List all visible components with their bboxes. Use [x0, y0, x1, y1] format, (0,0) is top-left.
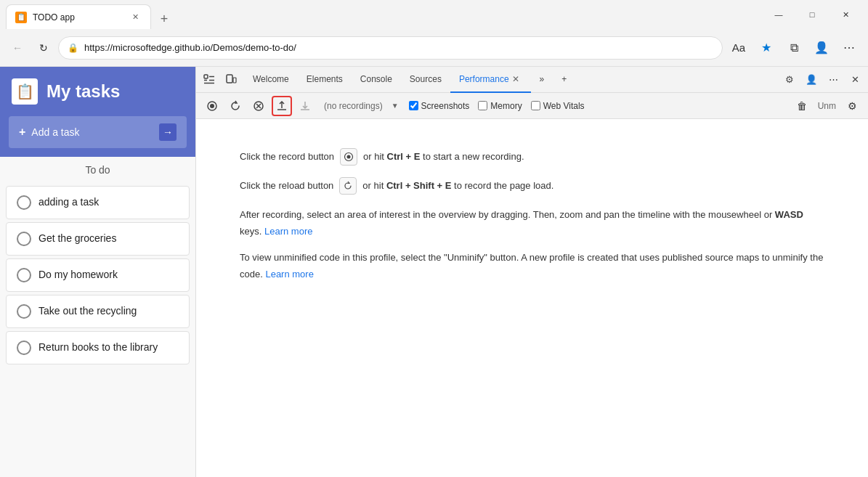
web-vitals-checkbox[interactable] — [531, 101, 540, 110]
record-shortcut-text: or hit Ctrl + E to start a new recording… — [363, 148, 524, 165]
navigation-bar: ← ↻ 🔒 https://microsoftedge.github.io/De… — [0, 29, 868, 67]
tab-title: TODO app — [33, 12, 123, 23]
reload-button-image — [339, 177, 357, 195]
todo-section-label: To do — [0, 157, 195, 183]
title-bar: 📋 TODO app ✕ + — □ ✕ — [0, 0, 868, 29]
todo-checkbox-5[interactable] — [17, 341, 31, 355]
devtools-settings-button[interactable]: ⚙ — [779, 70, 800, 90]
devtools-panel: Welcome Elements Console Sources Perform… — [196, 67, 868, 477]
clear-button[interactable] — [248, 96, 269, 116]
todo-checkbox-3[interactable] — [17, 268, 31, 282]
recording-dropdown-arrow[interactable]: ▼ — [392, 102, 399, 110]
close-window-button[interactable]: ✕ — [829, 3, 862, 26]
delete-profile-button[interactable]: 🗑 — [792, 96, 812, 116]
read-aloud-button[interactable]: Aa — [726, 35, 752, 61]
todo-item-2[interactable]: Get the groceries — [6, 222, 190, 256]
svg-rect-5 — [227, 75, 232, 83]
tab-strip: 📋 TODO app ✕ + — [6, 0, 762, 29]
tab-sources[interactable]: Sources — [401, 67, 450, 93]
main-content: 📋 My tasks + Add a task → To do adding a… — [0, 67, 868, 477]
collections-button[interactable]: ⧉ — [781, 35, 807, 61]
devtools-tabs: Welcome Elements Console Sources Perform… — [244, 67, 779, 93]
refresh-button[interactable]: ↻ — [32, 36, 55, 60]
browser-window: 📋 TODO app ✕ + — □ ✕ ← ↻ 🔒 https://micro… — [0, 0, 868, 477]
more-options-button[interactable]: ⋯ — [836, 35, 862, 61]
tab-add-button[interactable]: + — [553, 67, 575, 93]
add-task-button[interactable]: + Add a task → — [9, 116, 187, 148]
todo-checkbox-2[interactable] — [17, 232, 31, 246]
screenshots-label: Screenshots — [421, 101, 470, 111]
devtools-user-button[interactable]: 👤 — [801, 70, 822, 90]
devtools-tab-actions: ⚙ 👤 ⋯ ✕ — [779, 70, 865, 90]
plus-icon: + — [19, 126, 25, 139]
add-task-label: Add a task — [31, 126, 79, 138]
todo-item-4[interactable]: Take out the recycling — [6, 295, 190, 328]
tab-console[interactable]: Console — [352, 67, 401, 93]
todo-app-icon: 📋 — [12, 78, 38, 105]
record-button[interactable] — [202, 96, 222, 116]
devtools-content-area: Click the record button or hit Ctrl + E … — [196, 119, 868, 477]
add-task-arrow-icon: → — [159, 123, 177, 141]
devtools-more-button[interactable]: ⋯ — [823, 70, 843, 90]
favorites-button[interactable]: ★ — [753, 35, 779, 61]
todo-item-3[interactable]: Do my homework — [6, 258, 190, 292]
inspect-element-button[interactable] — [199, 70, 219, 90]
devtools-icon-group — [199, 70, 241, 90]
memory-checkbox-label[interactable]: Memory — [478, 101, 522, 111]
web-vitals-checkbox-label[interactable]: Web Vitals — [531, 101, 585, 111]
todo-checkbox-1[interactable] — [17, 195, 31, 210]
new-tab-button[interactable]: + — [154, 9, 174, 29]
todo-header: 📋 My tasks — [0, 67, 195, 116]
reload-instruction-row: Click the reload button or hit Ctrl + Sh… — [240, 177, 824, 195]
todo-item-5[interactable]: Return books to the library — [6, 331, 190, 364]
tab-elements[interactable]: Elements — [298, 67, 352, 93]
unminify-instruction-para: To view unminified code in this profile,… — [240, 249, 824, 283]
upload-profile-button[interactable] — [272, 96, 292, 116]
web-vitals-label: Web Vitals — [543, 101, 585, 111]
svg-point-17 — [347, 155, 351, 159]
maximize-button[interactable]: □ — [795, 3, 829, 26]
tab-more-button[interactable]: » — [531, 67, 553, 93]
area-instruction-para: After recording, select an area of inter… — [240, 206, 824, 240]
record-button-image — [340, 148, 357, 166]
address-bar[interactable]: 🔒 https://microsoftedge.github.io/Demos/… — [58, 36, 723, 60]
memory-label: Memory — [490, 101, 522, 111]
devtools-close-button[interactable]: ✕ — [845, 70, 865, 90]
tab-performance-close-button[interactable]: ✕ — [509, 73, 522, 86]
tab-welcome[interactable]: Welcome — [244, 67, 298, 93]
todo-item-text-2: Get the groceries — [38, 232, 116, 246]
nav-actions: Aa ★ ⧉ 👤 ⋯ — [726, 35, 862, 61]
reload-profile-button[interactable] — [225, 96, 246, 116]
back-button[interactable]: ← — [6, 36, 29, 60]
lock-icon: 🔒 — [68, 43, 78, 53]
tab-close-button[interactable]: ✕ — [129, 11, 142, 24]
todo-item-text-4: Take out the recycling — [38, 304, 137, 319]
svg-rect-6 — [233, 78, 236, 83]
reload-instruction-text: Click the reload button — [240, 177, 333, 194]
learn-more-link-2[interactable]: Learn more — [265, 269, 313, 280]
profile-button[interactable]: 👤 — [808, 35, 835, 61]
svg-rect-0 — [204, 75, 208, 78]
screenshots-checkbox-label[interactable]: Screenshots — [409, 101, 470, 111]
todo-item-text-3: Do my homework — [38, 268, 118, 282]
address-text: https://microsoftedge.github.io/Demos/de… — [84, 42, 713, 53]
todo-body: To do adding a task Get the groceries Do… — [0, 157, 195, 477]
active-tab[interactable]: 📋 TODO app ✕ — [6, 4, 151, 29]
todo-checkbox-4[interactable] — [17, 304, 31, 319]
memory-checkbox[interactable] — [478, 101, 487, 110]
record-instruction-row: Click the record button or hit Ctrl + E … — [240, 148, 824, 166]
unminify-label: Unm — [815, 101, 839, 111]
capture-settings-button[interactable]: ⚙ — [842, 96, 862, 116]
todo-panel: 📋 My tasks + Add a task → To do adding a… — [0, 67, 196, 477]
todo-item-text-5: Return books to the library — [38, 341, 158, 355]
learn-more-link-1[interactable]: Learn more — [264, 226, 312, 237]
tab-performance[interactable]: Performance ✕ — [450, 67, 531, 93]
download-profile-button[interactable] — [295, 96, 315, 116]
minimize-button[interactable]: — — [762, 3, 795, 26]
todo-app-title: My tasks — [46, 81, 120, 102]
todo-item-1[interactable]: adding a task — [6, 186, 190, 219]
todo-add-section: + Add a task → — [0, 116, 195, 157]
device-toolbar-button[interactable] — [221, 70, 241, 90]
screenshots-checkbox[interactable] — [409, 101, 418, 110]
devtools-toolbar: (no recordings) ▼ Screenshots Memory Web… — [196, 93, 868, 119]
